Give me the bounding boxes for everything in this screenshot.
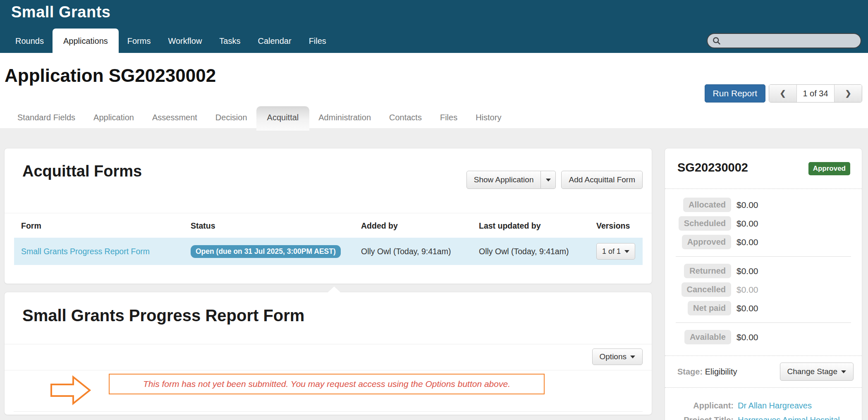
amount-value: $0.00 [736,285,758,295]
amount-label: Scheduled [679,216,731,231]
show-application-split-button: Show Application [466,171,556,189]
caret-down-icon [546,179,551,181]
page-title: Application SG20230002 [5,65,216,86]
versions-label: 1 of 1 [602,247,621,256]
orange-arrow-icon [50,375,91,405]
tab-acquittal[interactable]: Acquittal [256,106,310,131]
nav-tab-files[interactable]: Files [300,30,335,53]
amount-value: $0.00 [736,200,758,210]
caret-down-icon [841,370,846,373]
progress-report-panel: Small Grants Progress Report Form Option… [4,292,652,415]
nav-tab-forms[interactable]: Forms [119,30,160,53]
col-header-last-updated-by: Last updated by [472,213,589,238]
add-acquittal-form-button[interactable]: Add Acquittal Form [561,171,643,189]
amount-row-scheduled: Scheduled $0.00 [665,214,862,233]
options-dropdown-button[interactable]: Options [592,348,643,365]
acquittal-forms-actions: Show Application Add Acquittal Form [466,171,643,189]
project-title-link[interactable]: Hargreaves Animal Hospital [738,415,840,420]
acquittal-forms-table: Form Status Added by Last updated by Ver… [14,213,643,265]
panel-notch-triangle [328,286,340,292]
amount-value: $0.00 [736,303,758,313]
pager-next-button[interactable]: ❯ [835,85,862,102]
nav-tab-calendar[interactable]: Calendar [249,30,300,53]
not-submitted-alert-text: This form has not yet been submitted. Yo… [143,379,510,389]
nav-tab-applications[interactable]: Applications [53,29,119,53]
tab-assessment[interactable]: Assessment [143,109,206,128]
versions-dropdown-button[interactable]: 1 of 1 [596,243,635,260]
tab-files[interactable]: Files [431,109,466,128]
not-submitted-alert-row: This form has not yet been submitted. Yo… [5,370,652,411]
amount-label: Available [684,330,731,344]
stage-row: Stage: Eligibility Change Stage [665,356,862,387]
contact-section: Applicant: Dr Allan Hargreaves Project T… [665,388,862,420]
col-header-versions: Versions [589,213,643,238]
change-stage-button[interactable]: Change Stage [780,363,854,381]
tab-standard-fields[interactable]: Standard Fields [8,109,84,128]
amount-row-returned: Returned $0.00 [665,262,862,280]
application-summary-panel: SG20230002 Approved Allocated $0.00 Sche… [665,148,862,420]
search-box[interactable] [707,33,861,48]
amount-label: Allocated [683,198,731,212]
amount-row-cancelled: Cancelled $0.00 [665,280,862,299]
project-title-label: Project Title: [665,415,734,420]
application-tabs: Standard Fields Application Assessment D… [8,106,510,128]
pager-position-label: 1 of 34 [796,85,835,102]
amount-row-approved: Approved $0.00 [665,233,862,251]
progress-report-title: Small Grants Progress Report Form [22,306,634,325]
amount-label: Approved [682,235,731,249]
options-label: Options [600,352,626,361]
main-nav: Rounds Applications Forms Workflow Tasks… [7,29,335,53]
record-pager: ❮ 1 of 34 ❯ [769,84,862,103]
last-updated-by-cell: Olly Owl (Today, 9:41am) [472,238,589,265]
change-stage-label: Change Stage [787,367,838,376]
search-input[interactable] [724,36,856,45]
app-header: Small Grants Rounds Applications Forms W… [0,0,868,53]
funding-amounts: Allocated $0.00 Scheduled $0.00 Approved… [665,189,862,348]
col-header-added-by: Added by [354,213,472,238]
caret-down-icon [624,250,629,253]
form-link[interactable]: Small Grants Progress Report Form [21,247,150,256]
tab-administration[interactable]: Administration [309,109,380,128]
approved-status-badge: Approved [808,162,850,175]
tab-application[interactable]: Application [84,109,143,128]
project-title-row: Project Title: Hargreaves Animal Hospita… [665,413,862,420]
run-report-button[interactable]: Run Report [705,84,765,103]
applicant-row: Applicant: Dr Allan Hargreaves [665,399,862,413]
amount-label: Net paid [688,301,731,315]
tab-history[interactable]: History [466,109,510,128]
caret-down-icon [630,356,635,358]
show-application-dropdown-toggle[interactable] [541,171,556,189]
tab-contacts[interactable]: Contacts [380,109,431,128]
nav-tab-tasks[interactable]: Tasks [210,30,249,53]
stage-label: Stage: [677,367,703,376]
acquittal-forms-title: Acquittal Forms [22,162,142,180]
not-submitted-alert-box: This form has not yet been submitted. Yo… [109,374,545,394]
nav-tab-workflow[interactable]: Workflow [159,30,210,53]
nav-tab-rounds[interactable]: Rounds [7,30,53,53]
amount-row-available: Available $0.00 [665,328,862,346]
search-icon [713,36,721,45]
pager-prev-button[interactable]: ❮ [769,85,796,102]
divider [676,322,851,323]
amount-row-allocated: Allocated $0.00 [665,196,862,214]
page-head: Application SG20230002 Run Report ❮ 1 of… [0,53,868,128]
app-title: Small Grants [11,3,110,21]
acquittal-forms-panel: Acquittal Forms Show Application Add Acq… [4,148,652,284]
amount-label: Returned [684,264,731,278]
applicant-link[interactable]: Dr Allan Hargreaves [738,401,812,410]
status-badge: Open (due on 31 Jul 2025, 3:00PM AEST) [191,245,341,258]
stage-value: Eligibility [705,367,737,376]
application-id: SG20230002 [677,161,748,174]
added-by-cell: Olly Owl (Today, 9:41am) [354,238,472,265]
amount-value: $0.00 [736,219,758,229]
amount-label: Cancelled [681,282,731,297]
amount-value: $0.00 [736,332,758,342]
tab-decision[interactable]: Decision [206,109,256,128]
applicant-label: Applicant: [665,401,734,410]
amount-row-net-paid: Net paid $0.00 [665,299,862,317]
amount-value: $0.00 [736,266,758,276]
chevron-right-icon: ❯ [845,90,851,97]
show-application-button[interactable]: Show Application [466,171,541,189]
table-header-row: Form Status Added by Last updated by Ver… [14,213,643,238]
chevron-left-icon: ❮ [780,90,786,97]
